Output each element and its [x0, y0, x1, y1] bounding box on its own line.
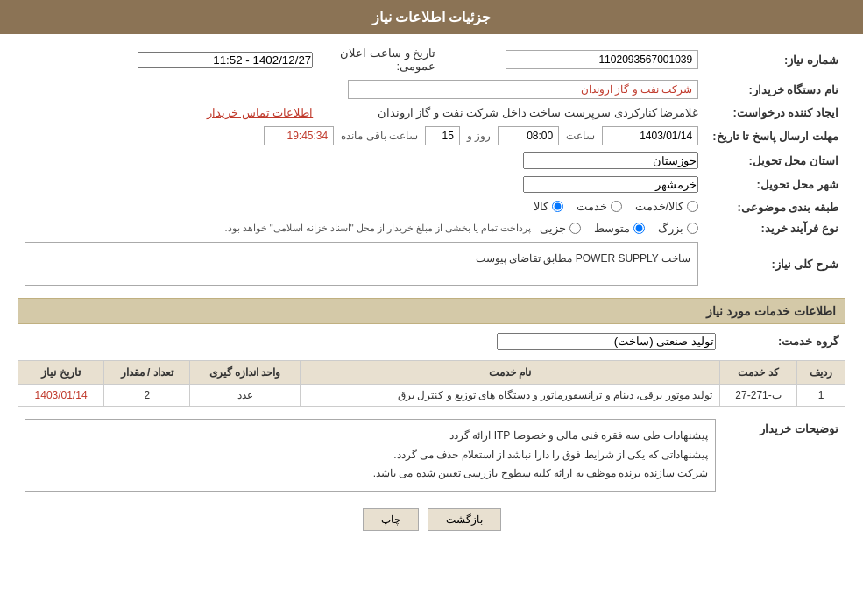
purchase-type-value: بزرگ متوسط جزیی	[18, 218, 705, 238]
services-section-header: اطلاعات خدمات مورد نیاز	[18, 298, 845, 324]
service-group-row: گروه خدمت:	[18, 329, 845, 353]
province-input[interactable]	[523, 152, 698, 169]
category-label: طبقه بندی موضوعی:	[705, 196, 845, 218]
need-number-input[interactable]	[506, 50, 698, 69]
creator-label: ایجاد کننده درخواست:	[705, 103, 845, 123]
col-header-row-num: ردیف	[797, 361, 845, 385]
purchase-type-label: نوع فرآیند خرید:	[705, 218, 845, 238]
category-label-service-goods: کالا/خدمت	[635, 200, 684, 213]
deadline-value: ساعت روز و ساعت باقی مانده	[18, 123, 705, 149]
need-number-row: شماره نیاز: تاریخ و ساعت اعلان عمومی:	[18, 43, 845, 76]
creator-row: ایجاد کننده درخواست: غلامرضا کنارکردی سر…	[18, 103, 845, 123]
category-radio-goods[interactable]	[552, 201, 563, 212]
deadline-date-input[interactable]	[602, 126, 698, 145]
announce-datetime-value	[18, 43, 320, 76]
deadline-days-label: روز و	[467, 130, 491, 142]
buyer-notes-row: توضیحات خریدار پیشنهادات طی سه فقره فنی …	[18, 415, 845, 495]
general-desc-text: ساخت POWER SUPPLY مطابق تقاضای پیوست	[476, 252, 691, 265]
creator-link-cell: اطلاعات تماس خریدار	[18, 103, 320, 123]
purchase-type-radio-medium[interactable]	[633, 223, 645, 234]
creator-contact-link[interactable]: اطلاعات تماس خریدار	[207, 106, 313, 119]
general-desc-row: شرح کلی نیاز: ساخت POWER SUPPLY مطابق تق…	[18, 238, 845, 289]
purchase-type-label-medium: متوسط	[594, 222, 630, 235]
deadline-time-input[interactable]	[498, 126, 559, 145]
cell-unit: عدد	[190, 385, 301, 407]
main-content: شماره نیاز: تاریخ و ساعت اعلان عمومی: نا…	[0, 34, 863, 553]
page-title: جزئیات اطلاعات نیاز	[372, 10, 492, 25]
col-header-date: تاریخ نیاز	[18, 361, 104, 385]
page-header: جزئیات اطلاعات نیاز	[0, 0, 863, 34]
need-number-label: شماره نیاز:	[705, 43, 845, 76]
print-button[interactable]: چاپ	[363, 508, 419, 531]
category-option-service-goods: کالا/خدمت	[635, 200, 699, 213]
button-row: بازگشت چاپ	[18, 508, 845, 531]
category-value: کالا/خدمت خدمت کالا	[18, 196, 705, 218]
col-header-quantity: تعداد / مقدار	[104, 361, 190, 385]
page-wrapper: جزئیات اطلاعات نیاز شماره نیاز: تاریخ و …	[0, 0, 863, 616]
purchase-note: پرداخت تمام یا بخشی از مبلغ خریدار از مح…	[225, 223, 532, 234]
category-radio-service[interactable]	[611, 201, 622, 212]
category-label-service: خدمت	[577, 200, 607, 213]
buyer-notes-line1: پیشنهادات طی سه فقره فنی مالی و خصوصا IT…	[32, 427, 708, 446]
service-group-input[interactable]	[497, 333, 716, 350]
cell-service-name: تولید موتور برقی، دینام و ترانسفورماتور …	[300, 385, 719, 407]
purchase-type-option-large: بزرگ	[658, 222, 698, 235]
deadline-time-label: ساعت	[566, 130, 595, 142]
city-input[interactable]	[523, 176, 698, 193]
buyer-dept-row: نام دستگاه خریدار:	[18, 76, 845, 103]
general-desc-value: ساخت POWER SUPPLY مطابق تقاضای پیوست	[18, 238, 705, 289]
deadline-days-input[interactable]	[425, 126, 460, 145]
creator-text: غلامرضا کنارکردی سرپرست ساخت داخل شرکت ن…	[378, 106, 699, 119]
province-label: استان محل تحویل:	[705, 149, 845, 173]
purchase-type-option-small: جزیی	[540, 222, 581, 235]
deadline-datetime-row: ساعت روز و ساعت باقی مانده	[25, 126, 698, 145]
general-desc-box: ساخت POWER SUPPLY مطابق تقاضای پیوست	[25, 242, 698, 286]
buyer-dept-input[interactable]	[348, 80, 698, 99]
purchase-type-label-small: جزیی	[540, 222, 566, 235]
general-desc-label: شرح کلی نیاز:	[705, 238, 845, 289]
buyer-notes-label: توضیحات خریدار	[723, 415, 845, 495]
announce-datetime-label: تاریخ و ساعت اعلان عمومی:	[320, 43, 442, 76]
purchase-type-radio-group: بزرگ متوسط جزیی	[540, 222, 698, 235]
buyer-notes-table: توضیحات خریدار پیشنهادات طی سه فقره فنی …	[18, 415, 845, 495]
service-group-label: گروه خدمت:	[723, 329, 845, 353]
creator-value: غلامرضا کنارکردی سرپرست ساخت داخل شرکت ن…	[320, 103, 705, 123]
purchase-type-radio-large[interactable]	[687, 223, 698, 234]
purchase-type-row: نوع فرآیند خرید: بزرگ متوسط	[18, 218, 845, 238]
category-radio-service-goods[interactable]	[687, 201, 698, 212]
back-button[interactable]: بازگشت	[428, 508, 501, 531]
province-row: استان محل تحویل:	[18, 149, 845, 173]
purchase-type-option-medium: متوسط	[594, 222, 645, 235]
purchase-type-container: بزرگ متوسط جزیی	[25, 222, 698, 235]
col-header-service-code: کد خدمت	[719, 361, 796, 385]
cell-quantity: 2	[104, 385, 190, 407]
category-label-goods: کالا	[534, 200, 548, 213]
buyer-notes-line2: پیشنهاداتی که یکی از شرایط فوق را دارا ن…	[32, 446, 708, 465]
purchase-type-radio-small[interactable]	[569, 223, 581, 234]
category-option-goods: کالا	[534, 200, 563, 213]
category-option-service: خدمت	[577, 200, 622, 213]
service-group-table: گروه خدمت:	[18, 329, 845, 353]
info-table: شماره نیاز: تاریخ و ساعت اعلان عمومی: نا…	[18, 43, 845, 289]
city-value	[18, 173, 705, 196]
cell-date: 1403/01/14	[18, 385, 104, 407]
deadline-remaining-input[interactable]	[264, 126, 334, 145]
category-row: طبقه بندی موضوعی: کالا/خدمت خدمت	[18, 196, 845, 218]
services-table-header-row: ردیف کد خدمت نام خدمت واحد اندازه گیری ت…	[18, 361, 845, 385]
deadline-remaining-label: ساعت باقی مانده	[341, 130, 418, 142]
col-header-service-name: نام خدمت	[300, 361, 719, 385]
buyer-notes-box: پیشنهادات طی سه فقره فنی مالی و خصوصا IT…	[25, 419, 716, 492]
buyer-notes-value: پیشنهادات طی سه فقره فنی مالی و خصوصا IT…	[18, 415, 723, 495]
province-value	[18, 149, 705, 173]
city-label: شهر محل تحویل:	[705, 173, 845, 196]
service-group-value	[18, 329, 723, 353]
cell-row-num: 1	[797, 385, 845, 407]
purchase-type-label-large: بزرگ	[658, 222, 683, 235]
buyer-dept-label: نام دستگاه خریدار:	[705, 76, 845, 103]
cell-service-code: ب-271-27	[719, 385, 796, 407]
category-radio-group: کالا/خدمت خدمت کالا	[534, 200, 699, 213]
table-row: 1 ب-271-27 تولید موتور برقی، دینام و ترا…	[18, 385, 845, 407]
deadline-label: مهلت ارسال پاسخ تا تاریخ:	[705, 123, 845, 149]
city-row: شهر محل تحویل:	[18, 173, 845, 196]
announce-datetime-input[interactable]	[138, 52, 313, 68]
